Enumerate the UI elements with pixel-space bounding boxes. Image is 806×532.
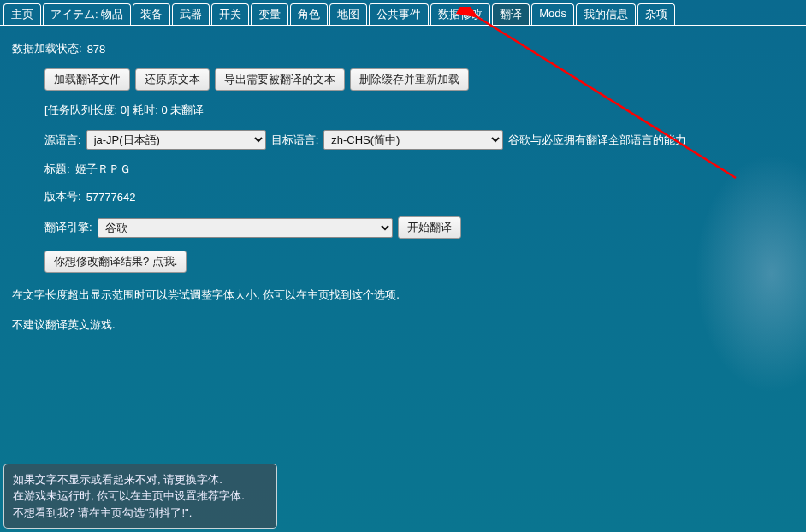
target-lang-select[interactable]: zh-CHS(简中) <box>323 130 503 150</box>
tab-home[interactable]: 主页 <box>3 3 41 25</box>
engine-label: 翻译引擎: <box>44 220 92 235</box>
edit-result-row: 你想修改翻译结果? 点我. <box>12 251 794 273</box>
load-translation-file-button[interactable]: 加载翻译文件 <box>44 68 130 91</box>
source-lang-label: 源语言: <box>44 133 81 148</box>
tab-weapons[interactable]: 武器 <box>172 3 210 25</box>
queue-status: [任务队列长度: 0] 耗时: 0 未翻译 <box>12 103 794 118</box>
status-label: 数据加载状态: <box>12 41 82 56</box>
export-untranslated-button[interactable]: 导出需要被翻译的文本 <box>215 68 345 91</box>
version-row: 版本号: 57777642 <box>12 189 794 204</box>
hint-font-size: 在文字长度超出显示范围时可以尝试调整字体大小, 你可以在主页找到这个选项. <box>12 285 794 304</box>
tab-misc[interactable]: 杂项 <box>637 3 675 25</box>
tooltip-box: 如果文字不显示或看起来不对, 请更换字体. 在游戏未运行时, 你可以在主页中设置… <box>3 464 277 529</box>
version-label: 版本号: <box>44 189 81 204</box>
translate-panel: 数据加载状态: 878 加载翻译文件 还原原文本 导出需要被翻译的文本 删除缓存… <box>0 26 806 351</box>
tab-bar: 主页 アイテム: 物品 装备 武器 开关 变量 角色 地图 公共事件 数据修改 … <box>0 0 806 26</box>
data-load-status: 数据加载状态: 878 <box>12 41 794 56</box>
title-label: 标题: <box>44 162 70 177</box>
tab-actors[interactable]: 角色 <box>290 3 328 25</box>
queue-text: [任务队列长度: 0] 耗时: 0 未翻译 <box>44 103 204 118</box>
hint-english-games: 不建议翻译英文游戏. <box>12 315 794 334</box>
title-value: 姬子ＲＰＧ <box>75 162 131 177</box>
tab-mods[interactable]: Mods <box>531 3 574 25</box>
delete-cache-reload-button[interactable]: 删除缓存并重新加载 <box>350 68 469 91</box>
lang-capability-note: 谷歌与必应拥有翻译全部语言的能力 <box>508 133 686 148</box>
tab-my-info[interactable]: 我的信息 <box>576 3 636 25</box>
start-translate-button[interactable]: 开始翻译 <box>398 216 461 239</box>
tab-maps[interactable]: 地图 <box>329 3 367 25</box>
restore-original-button[interactable]: 还原原文本 <box>135 68 210 91</box>
source-lang-select[interactable]: ja-JP(日本語) <box>86 130 266 150</box>
engine-row: 翻译引擎: 谷歌 开始翻译 <box>12 216 794 239</box>
tab-common-events[interactable]: 公共事件 <box>369 3 429 25</box>
tab-items[interactable]: アイテム: 物品 <box>43 3 131 25</box>
engine-select[interactable]: 谷歌 <box>98 218 393 238</box>
tab-variables[interactable]: 变量 <box>251 3 288 25</box>
title-row: 标题: 姬子ＲＰＧ <box>12 162 794 177</box>
file-buttons-row: 加载翻译文件 还原原文本 导出需要被翻译的文本 删除缓存并重新加载 <box>12 68 794 91</box>
tooltip-line-2: 在游戏未运行时, 你可以在主页中设置推荐字体. <box>13 488 268 505</box>
tab-equip[interactable]: 装备 <box>133 3 170 25</box>
tooltip-line-3: 不想看到我? 请在主页勾选"别抖了!". <box>13 505 268 522</box>
tooltip-line-1: 如果文字不显示或看起来不对, 请更换字体. <box>13 471 268 488</box>
version-value: 57777642 <box>86 191 136 204</box>
tab-switches[interactable]: 开关 <box>211 3 249 25</box>
status-value: 878 <box>87 43 106 56</box>
language-row: 源语言: ja-JP(日本語) 目标语言: zh-CHS(简中) 谷歌与必应拥有… <box>12 130 794 150</box>
tab-data-edit[interactable]: 数据修改 <box>430 3 490 25</box>
edit-result-button[interactable]: 你想修改翻译结果? 点我. <box>44 251 187 273</box>
tab-translate[interactable]: 翻译 <box>492 3 530 25</box>
target-lang-label: 目标语言: <box>271 133 319 148</box>
